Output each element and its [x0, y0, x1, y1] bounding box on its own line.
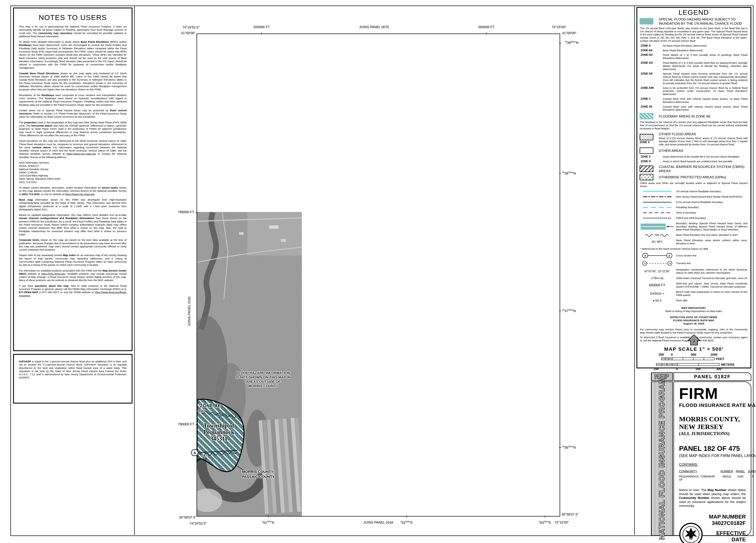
firm-jurisdictions: (ALL JURISDICTIONS) [679, 431, 746, 436]
line-label: New Jersey Flood Hazard Area Design Floo… [676, 195, 747, 199]
scale-meters-150r: 150 [695, 367, 701, 371]
line-label: Bench mark (see explanation in Notes to … [676, 290, 747, 297]
notes-paragraph: Certain areas not in Special Flood Hazar… [19, 109, 127, 119]
dhs-seal [679, 522, 703, 543]
scale-feet-0: 0 [671, 353, 673, 356]
legend-line-row: 4275000mE1000-meter Universal Transverse… [640, 277, 747, 280]
cbrs-note: CBRS areas and OPAs are normally located… [640, 182, 747, 188]
utm-northing-4539: 4539000mN [565, 41, 579, 45]
line-label: CBRS and OPA boundary [676, 217, 747, 220]
notes-paragraph: This map is for use in administering the… [19, 25, 127, 38]
legend-line-row: 600000 FT5000-foot grid values: New Jers… [640, 282, 747, 288]
zone-row-ah: ZONE AHFlood depths of 1 to 3 feet (usua… [641, 53, 747, 60]
zone-x-shaded-swatch [640, 134, 653, 140]
utm-easting-562: 562000mE [400, 521, 413, 525]
bottom-left-longitude: 74°16'52.5" [190, 522, 207, 525]
utm-northing-4537: 4537000mN [562, 309, 576, 313]
zone-ae-label: ZONE AE [200, 403, 221, 408]
notes-paragraph: Flood elevations on this map are referen… [19, 139, 127, 159]
utm-northing-4538: 4538000mN [562, 171, 576, 175]
zone-desc: Coastal flood zone with velocity hazard … [663, 105, 747, 112]
zone-desc: Areas in which flood hazards are undeter… [663, 160, 747, 163]
zone-d-boundary-symbol [643, 213, 671, 213]
ngs-address: NGS Information ServicesNOAA, N/NGS12Nat… [19, 161, 127, 184]
other-areas-heading: OTHER AREAS [659, 149, 748, 153]
col-number: NUMBER [720, 470, 734, 473]
opa-swatch [640, 174, 653, 180]
legend-line-row: ● M1.5River Mile [640, 299, 747, 302]
firm-contains-label: CONTAINS: [679, 462, 746, 466]
cross-section-symbol: AA [640, 253, 674, 259]
map-repository-heading: MAP REPOSITORY [640, 306, 748, 310]
zone-row-ae: ZONE AEBase Flood Elevations determined. [641, 49, 747, 52]
njfhadf-line-symbol [643, 197, 671, 197]
line-label: Cross section line [676, 254, 747, 257]
top-right-longitude: 74°15'00" [552, 25, 566, 29]
notes-paragraph: Boundaries of the floodways were compute… [19, 94, 127, 106]
notes-paragraph: Corporate limits shown on this map are b… [19, 238, 127, 251]
community-panel: 0182 [734, 475, 746, 481]
map-sheet-left-border [134, 6, 135, 535]
firm-county: MORRIS COUNTY,NEW JERSEY [679, 415, 746, 430]
grid-tick [195, 424, 198, 425]
legend-line-row: 2323 Transect line [640, 261, 747, 266]
floodway-swatch [640, 113, 653, 119]
zone-row-v: ZONE VCoastal flood zone with velocity h… [641, 97, 747, 104]
grid-label-560000ft: 560000 FT [478, 25, 495, 29]
zone-divider-swatch [641, 224, 666, 230]
legend-line-row: 1% annual chance floodplain boundary [640, 190, 747, 193]
zone-desc: Special Flood Hazard Area formerly prote… [663, 72, 747, 85]
zone-desc: Base Flood Elevations determined. [663, 49, 747, 52]
line-label: 1% annual chance floodplain boundary [676, 190, 747, 193]
zone-label: ZONE D [641, 160, 662, 163]
line-label: Transect line [676, 262, 747, 265]
firm-title-block: FIRM FLOOD INSURANCE RATE MAP MORRIS COU… [673, 381, 751, 536]
scale-bar-meters [656, 363, 719, 366]
line-label: Geographic coordinates referenced to the… [676, 268, 747, 274]
line-label: River Mile [676, 299, 747, 302]
scale-meters-150l: 150 [653, 367, 659, 371]
scale-meters-0: 0 [676, 367, 678, 371]
legend-line-row: 0.2% annual chance floodplain boundary [640, 201, 747, 204]
grid-tick [407, 515, 407, 518]
zone-row-a: ZONE ANo Base Flood Elevations determine… [641, 44, 747, 47]
north-arrow-icon: N [687, 335, 701, 346]
utm-easting-561: 561000mE [262, 521, 275, 525]
map-scale-title: MAP SCALE 1" = 500' [637, 347, 750, 351]
legend-line-row: New Jersey Flood Hazard Area Design Floo… [640, 195, 747, 199]
bfe-wavy-line [660, 234, 669, 237]
notes-title: NOTES TO USERS [19, 13, 127, 22]
panel-number-header: PANEL 0182F [673, 372, 751, 381]
zone-label: ZONE VE [641, 105, 662, 112]
other-areas-row: OTHER AREAS [640, 148, 748, 154]
legend-line-row: AA Cross section line [640, 253, 747, 259]
notes-paragraph: Please refer to the separately printed M… [19, 254, 127, 267]
zone-label: ZONE AH [641, 53, 662, 60]
grid-tick [559, 173, 561, 174]
utm-northing-4536: 4536000mN [562, 445, 576, 449]
map-scale-block: N MAP SCALE 1" = 500' 250 0 500 1000 FEE… [637, 335, 750, 373]
grid-tick [486, 32, 487, 35]
col-panel: PANEL [734, 470, 746, 473]
grid-label-785000ft: 785000 FT [174, 210, 194, 214]
sfha-intro: The 1% annual flood (100-year flood), al… [640, 27, 747, 43]
bottom-right-latitude: 40°58'07.5" [561, 512, 579, 516]
svg-text:A: A [668, 254, 670, 257]
community-table: COMMUNITY NUMBER PANEL SUFFIX PEQUANNOCK… [679, 470, 746, 481]
firm-title: FIRM [679, 386, 746, 401]
opa-heading: OTHERWISE PROTECTED AREAS (OPAs) [659, 175, 748, 179]
bottom-left-latitude: 40°58'07.5" [169, 515, 196, 519]
community-name: PEQUANNOCK, TOWNSHIP OF [679, 475, 719, 481]
map-number-label: MAP NUMBER [703, 513, 746, 520]
legend-line-row: 87°07'45", 32°22'30"Geographic coordinat… [640, 268, 747, 274]
zone-desc: Flood depths of 1 to 3 feet (usually are… [663, 53, 747, 60]
stateplane-grid-sample: 600000 FT [640, 283, 674, 287]
grid-tick [195, 212, 198, 213]
zone-desc: Coastal flood zone with velocity hazard … [663, 97, 747, 104]
zone-x-desc: Areas of 0.2% annual chance flood; areas… [659, 137, 748, 146]
line-label: Base Flood Elevation line and value; ele… [676, 234, 747, 237]
map-repository-text: Refer to listing of Map Repositories on … [640, 310, 748, 313]
zone-desc: Area to be protected from 1% annual chan… [663, 87, 747, 96]
zone-row-ve: ZONE VECoastal flood zone with velocity … [641, 105, 747, 112]
joins-panel-0181: JOINS PANEL 0181 [187, 296, 191, 326]
